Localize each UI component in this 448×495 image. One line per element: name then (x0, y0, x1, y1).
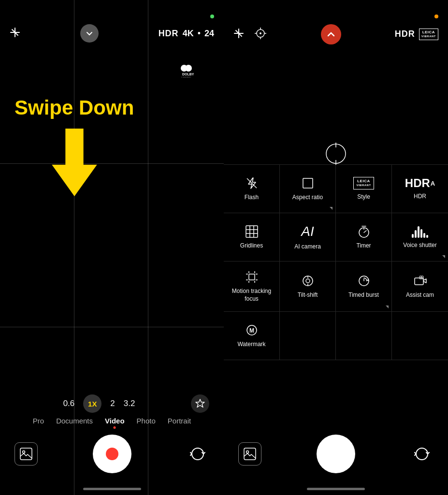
gallery-button[interactable] (14, 442, 38, 466)
collapse-button[interactable] (321, 24, 341, 44)
mode-documents[interactable]: Documents (56, 417, 93, 425)
scroll-indicator-voice (442, 255, 445, 258)
aspect-ratio-label: Aspect ratio (292, 194, 323, 202)
zoom-0.6[interactable]: 0.6 (63, 399, 75, 408)
svg-point-54 (246, 451, 249, 453)
motion-tracking-icon (245, 270, 259, 284)
scroll-indicator-burst (386, 306, 389, 308)
svg-point-50 (421, 277, 422, 278)
svg-rect-24 (246, 226, 258, 237)
resolution-label: 4K (183, 29, 194, 39)
settings-icon[interactable] (10, 27, 20, 40)
swipe-down-instruction: Swipe Down (14, 97, 134, 196)
shutter-button[interactable] (93, 435, 131, 473)
right-home-indicator (307, 488, 365, 490)
mode-bar: Pro Documents Video Photo Portrait (0, 413, 224, 427)
zoom-1x[interactable]: 1X (83, 394, 101, 413)
ai-camera-icon: AI (301, 224, 314, 239)
svg-point-43 (306, 279, 310, 283)
camera-menu-grid: Flash Aspect ratio LEI (224, 164, 448, 360)
timer-label: Timer (356, 242, 371, 250)
menu-item-empty1 (280, 312, 336, 360)
dropdown-button[interactable] (80, 24, 99, 43)
right-camera-actions (224, 427, 448, 488)
mode-pro[interactable]: Pro (33, 417, 44, 425)
svg-rect-33 (249, 274, 255, 280)
svg-point-9 (23, 451, 25, 453)
svg-marker-7 (52, 129, 97, 196)
separator: • (198, 29, 201, 39)
leica-badge: LEICA VIBRANT (419, 29, 438, 40)
voice-shutter-icon (412, 225, 428, 238)
tilt-shift-label: Tilt-shift (298, 291, 318, 299)
zoom-2[interactable]: 2 (110, 399, 115, 408)
mode-portrait[interactable]: Portrait (168, 417, 191, 425)
gridlines-icon (245, 225, 259, 238)
svg-text:VISION: VISION (181, 76, 191, 77)
swipe-down-arrow (14, 129, 134, 196)
right-header: HDR LEICA VIBRANT (224, 0, 448, 49)
active-mode-indicator (114, 426, 116, 429)
menu-item-timed-burst[interactable]: Timed burst (336, 262, 392, 312)
style-icon: LEICA VIBRANT (353, 177, 374, 189)
zoom-bar: 0.6 1X 2 3.2 (0, 394, 224, 413)
menu-item-timer[interactable]: Timer (336, 213, 392, 262)
voice-shutter-label: Voice shutter (403, 242, 436, 249)
menu-item-watermark[interactable]: M Watermark (224, 312, 280, 360)
settings-icon-right[interactable] (233, 28, 244, 41)
timed-burst-icon (357, 274, 371, 288)
hdr-label: HDR (159, 29, 179, 39)
menu-item-tilt-shift[interactable]: Tilt-shift (280, 262, 336, 312)
hdr-icon: HDR A (405, 177, 435, 189)
zoom-3.2[interactable]: 3.2 (124, 399, 135, 408)
right-header-right: HDR LEICA VIBRANT (395, 29, 438, 40)
svg-rect-49 (419, 276, 423, 279)
motion-tracking-label: Motion tracking focus (229, 288, 275, 303)
svg-rect-53 (244, 448, 256, 460)
menu-item-empty3 (392, 312, 448, 360)
left-header: HDR 4K • 24 (0, 0, 224, 47)
fps-label: 24 (204, 29, 214, 39)
right-flip-camera-button[interactable] (410, 442, 434, 466)
camera-menu-area: Flash Aspect ratio LEI (224, 164, 448, 432)
menu-item-hdr[interactable]: HDR A HDR (392, 165, 448, 213)
right-shutter-button[interactable] (317, 435, 355, 473)
svg-point-14 (260, 32, 261, 34)
style-label: Style (357, 193, 370, 201)
camera-settings-right: HDR 4K • 24 (159, 29, 214, 39)
right-header-left (233, 27, 267, 42)
menu-item-flash[interactable]: Flash (224, 165, 280, 213)
flash-label: Flash (245, 194, 259, 202)
menu-item-motion-tracking[interactable]: Motion tracking focus (224, 262, 280, 312)
flip-camera-button[interactable] (186, 442, 209, 466)
menu-item-voice-shutter[interactable]: Voice shutter (392, 213, 448, 262)
svg-line-31 (364, 231, 366, 233)
svg-rect-23 (303, 178, 313, 188)
right-gallery-button[interactable] (238, 442, 261, 466)
camera-actions (0, 427, 224, 488)
favorites-button[interactable] (191, 394, 209, 413)
mode-video[interactable]: Video (105, 417, 125, 425)
ai-camera-label: AI camera (294, 243, 321, 251)
flash-icon (245, 176, 259, 190)
menu-item-aspect-ratio[interactable]: Aspect ratio (280, 165, 336, 213)
svg-text:M: M (249, 327, 254, 334)
menu-item-gridlines[interactable]: Gridlines (224, 213, 280, 262)
menu-item-assist-cam[interactable]: Assist cam (392, 262, 448, 312)
menu-item-style[interactable]: LEICA VIBRANT Style (336, 165, 392, 213)
mode-photo[interactable]: Photo (137, 417, 156, 425)
right-hdr-label: HDR (395, 29, 415, 39)
left-header-center (80, 24, 99, 43)
svg-point-4 (185, 65, 192, 72)
dolby-vision-logo: DOLBY VISION (180, 63, 214, 79)
watermark-label: Watermark (237, 341, 265, 349)
home-indicator (83, 488, 141, 490)
timer-icon (357, 225, 371, 238)
focus-icon (254, 27, 267, 42)
swipe-down-text: Swipe Down (14, 97, 134, 119)
scroll-indicator (330, 207, 332, 210)
focus-target-area (325, 143, 347, 167)
left-bottom-controls: 0.6 1X 2 3.2 Pro Documents Video (0, 394, 224, 495)
right-camera-panel: HDR LEICA VIBRANT (224, 0, 448, 495)
menu-item-ai-camera[interactable]: AI AI camera (280, 213, 336, 262)
